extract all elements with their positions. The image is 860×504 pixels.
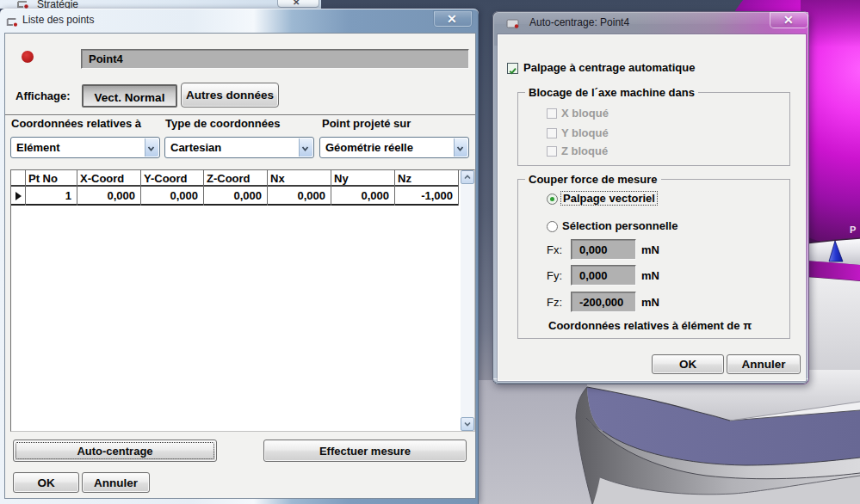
- svg-text:P: P: [850, 224, 856, 235]
